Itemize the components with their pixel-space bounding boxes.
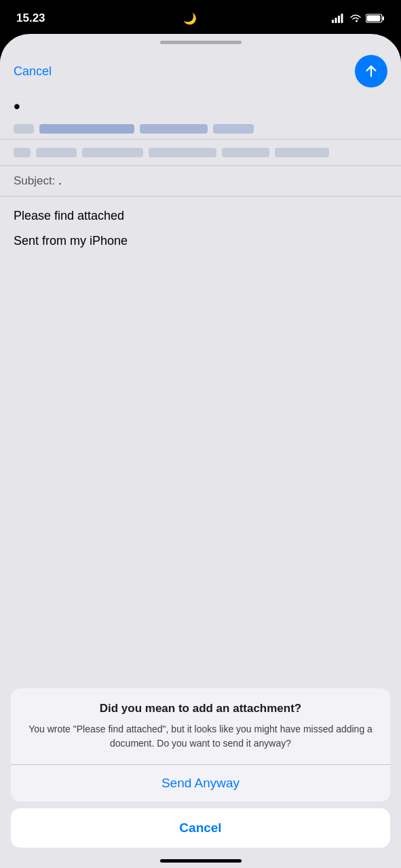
svg-rect-0 (332, 20, 334, 23)
to-field-redacted (0, 121, 401, 136)
top-bar: Cancel (0, 44, 401, 94)
battery-icon (366, 14, 385, 23)
status-bar: 15.23 🌙 (0, 0, 401, 34)
status-icons (332, 14, 385, 23)
subject-label: Subject: (14, 174, 55, 187)
alert-cancel-box: Cancel (11, 808, 390, 848)
moon-icon: 🌙 (183, 12, 197, 25)
svg-rect-5 (382, 16, 384, 20)
subject-field[interactable]: Subject: . (0, 166, 401, 197)
from-field-redacted (0, 145, 401, 160)
svg-rect-2 (338, 16, 340, 23)
alert-dialog: Did you mean to add an attachment? You w… (11, 688, 390, 802)
send-arrow-icon (364, 64, 379, 79)
subject-value: . (58, 174, 62, 187)
signal-icon (332, 14, 345, 23)
body-line-2: Sent from my iPhone (14, 234, 387, 248)
alert-title: Did you mean to add an attachment? (27, 702, 374, 715)
svg-rect-6 (366, 16, 380, 22)
body-line-1: Please find attached (14, 209, 387, 223)
cancel-button[interactable]: Cancel (14, 64, 52, 79)
to-divider (0, 139, 401, 140)
alert-overlay: Did you mean to add an attachment? You w… (0, 688, 401, 868)
bullet-point: • (0, 94, 401, 121)
alert-content: Did you mean to add an attachment? You w… (11, 688, 390, 751)
alert-cancel-button[interactable]: Cancel (11, 808, 390, 848)
home-indicator-container (0, 854, 401, 863)
status-time: 15.23 (16, 12, 45, 25)
body-area[interactable]: Please find attached Sent from my iPhone (0, 197, 401, 271)
home-indicator (160, 859, 242, 863)
alert-message: You wrote "Please find attached", but it… (27, 722, 374, 751)
send-anyway-button[interactable]: Send Anyway (11, 765, 390, 802)
compose-area: Cancel • (0, 44, 401, 271)
svg-rect-3 (341, 14, 343, 23)
svg-rect-1 (335, 18, 337, 23)
wifi-icon (349, 14, 362, 23)
send-button[interactable] (355, 55, 387, 87)
phone-frame: Cancel • (0, 34, 401, 868)
